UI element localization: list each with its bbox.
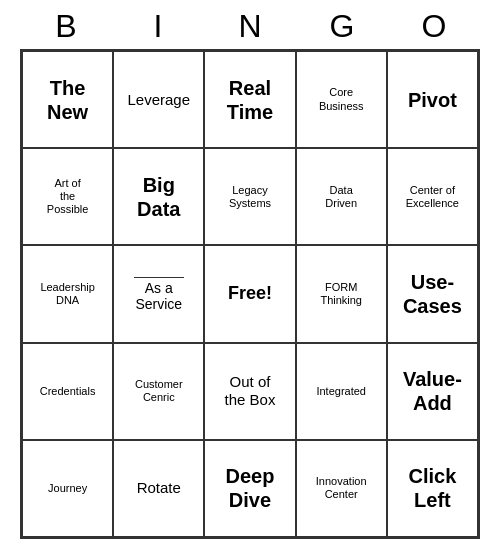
- letter-n: N: [208, 8, 292, 45]
- cell-b5[interactable]: Journey: [22, 440, 113, 537]
- bingo-grid: TheNew Leverage RealTime CoreBusiness Pi…: [20, 49, 480, 539]
- cell-g1[interactable]: CoreBusiness: [296, 51, 387, 148]
- cell-o2[interactable]: Center ofExcellence: [387, 148, 478, 245]
- cell-g5[interactable]: InnovationCenter: [296, 440, 387, 537]
- bingo-header: B I N G O: [20, 0, 480, 49]
- as-a-service-content: As aService: [134, 275, 184, 314]
- letter-g: G: [300, 8, 384, 45]
- cell-b2[interactable]: Art ofthePossible: [22, 148, 113, 245]
- cell-g3[interactable]: FORMThinking: [296, 245, 387, 342]
- cell-b3[interactable]: LeadershipDNA: [22, 245, 113, 342]
- cell-i3[interactable]: As aService: [113, 245, 204, 342]
- cell-o3[interactable]: Use-Cases: [387, 245, 478, 342]
- cell-b1[interactable]: TheNew: [22, 51, 113, 148]
- cell-i1[interactable]: Leverage: [113, 51, 204, 148]
- letter-b: B: [24, 8, 108, 45]
- cell-o5[interactable]: ClickLeft: [387, 440, 478, 537]
- cell-o1[interactable]: Pivot: [387, 51, 478, 148]
- cell-g2[interactable]: DataDriven: [296, 148, 387, 245]
- cell-n2[interactable]: LegacySystems: [204, 148, 295, 245]
- cell-n5[interactable]: DeepDive: [204, 440, 295, 537]
- cell-i5[interactable]: Rotate: [113, 440, 204, 537]
- cell-n3[interactable]: Free!: [204, 245, 295, 342]
- cell-n4[interactable]: Out ofthe Box: [204, 343, 295, 440]
- cell-b4[interactable]: Credentials: [22, 343, 113, 440]
- cell-n1[interactable]: RealTime: [204, 51, 295, 148]
- cell-g4[interactable]: Integrated: [296, 343, 387, 440]
- letter-i: I: [116, 8, 200, 45]
- cell-i4[interactable]: CustomerCenric: [113, 343, 204, 440]
- cell-o4[interactable]: Value-Add: [387, 343, 478, 440]
- letter-o: O: [392, 8, 476, 45]
- cell-i2[interactable]: BigData: [113, 148, 204, 245]
